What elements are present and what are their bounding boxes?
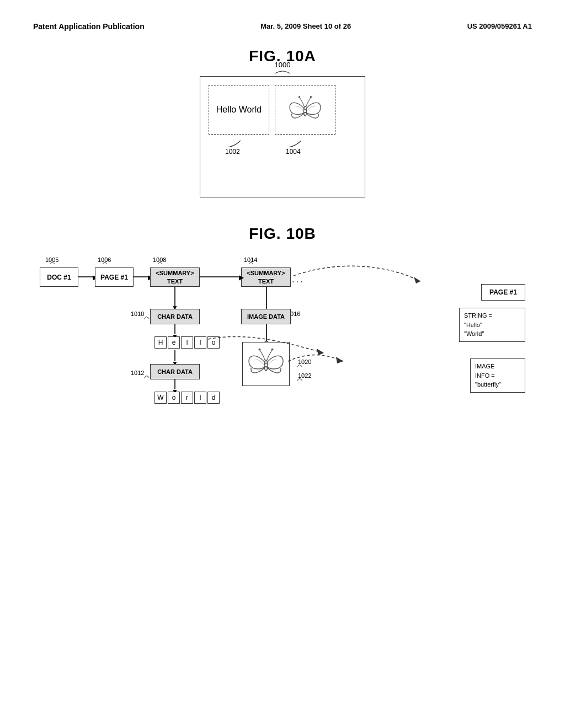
label-1010: 1010 [131,311,144,317]
hello-char-row: H e l l o [154,336,220,349]
image-data-label: IMAGE DATA [247,313,285,320]
label-1002-group: 1002 [225,140,242,156]
svg-marker-6 [414,277,420,283]
label-1012: 1012 [131,370,144,376]
arrow-sum2-imgdata [266,287,267,309]
char-W: W [154,392,167,404]
image-data-box: IMAGE DATA [241,309,291,324]
page1-box: PAGE #1 [95,267,134,287]
butterfly-diagram-box [242,342,290,386]
char-l2: l [194,336,206,349]
label-1000: 1000 [274,61,291,74]
svg-point-4 [259,349,261,351]
world-char-row: W o r l d [154,392,220,404]
curve-1022 [296,376,303,382]
summary-text-2-label: <SUMMARY> TEXT [247,269,285,285]
curve-1020 [296,362,303,368]
char-data-2-box: CHAR DATA [150,364,200,379]
fig10b-title: FIG. 10B [33,225,532,243]
char-o2: o [168,392,180,404]
char-H: H [154,336,167,349]
page-header: Patent Application Publication Mar. 5, 2… [33,22,532,31]
char-o: o [207,336,220,349]
svg-point-5 [271,349,274,351]
hello-world-text: Hello World [216,103,262,116]
dashed-arrow-summary-page [288,259,426,303]
char-data-1-label: CHAR DATA [157,313,193,320]
header-publication-label: Patent Application Publication [33,22,145,31]
fig10b-section: FIG. 10B 1005 DOC #1 ▶ 1006 PAGE #1 ▶ 10… [33,225,532,458]
curve-1010 [143,314,150,320]
char-data-2-label: CHAR DATA [157,368,193,375]
summary-text-1-box: <SUMMARY> TEXT [150,267,200,287]
curve-1012 [143,373,150,379]
image-info-box: IMAGE INFO = "butterfly" [470,358,525,393]
butterfly-box [275,85,335,135]
image-region: 1004 [275,85,335,135]
string-info-text: STRING = "Hello" "World" [464,312,492,337]
svg-point-1 [299,95,300,97]
doc-outer-box: Hello World 1002 [200,76,365,197]
text-region: Hello World 1002 [209,85,269,135]
svg-point-0 [303,106,306,116]
curve-1014 [248,260,254,265]
arrow-head-7: ▶ [239,274,244,281]
svg-point-2 [310,95,312,97]
char-l1: l [181,336,193,349]
summary-text-2-box: <SUMMARY> TEXT [241,267,291,287]
arrow-summary-chardata1 [174,287,175,306]
string-info-box: STRING = "Hello" "World" [459,308,525,342]
char-data-1-box: CHAR DATA [150,309,200,324]
header-patent-number: US 2009/059261 A1 [467,22,532,30]
curve-1006 [102,260,108,265]
image-info-text: IMAGE INFO = "butterfly" [475,363,501,388]
hello-world-box: Hello World [209,85,269,135]
char-d: d [207,392,220,404]
fig10b-diagram: 1005 DOC #1 ▶ 1006 PAGE #1 ▶ 1008 <SUMMA… [34,254,531,458]
butterfly-image-2 [244,344,288,384]
butterfly-image [286,92,324,128]
doc1-box: DOC #1 [40,267,78,287]
page1-right-box: PAGE #1 [481,284,525,301]
label-1002: 1002 [225,148,240,156]
summary-text-1-label: <SUMMARY> TEXT [156,269,194,285]
svg-point-3 [264,360,268,371]
dashed-arrow-butterfly-info [285,339,346,383]
ellipsis: ... [292,275,304,285]
header-date-sheet: Mar. 5, 2009 Sheet 10 of 26 [260,22,351,30]
page: Patent Application Publication Mar. 5, 2… [0,0,565,728]
char-e: e [168,336,180,349]
curve-1005 [50,260,55,265]
arrow-sum1-sum2 [200,276,241,277]
label-1004-group: 1004 [286,140,302,156]
fig10a-diagram: 1000 Hello World 1002 [33,76,532,197]
svg-marker-8 [317,349,324,355]
svg-marker-7 [336,357,343,363]
arrow-imgdata-butterfly [266,324,267,341]
char-l3: l [194,392,206,404]
curve-1008 [157,260,163,265]
char-r: r [181,392,193,404]
label-1004: 1004 [286,148,301,156]
